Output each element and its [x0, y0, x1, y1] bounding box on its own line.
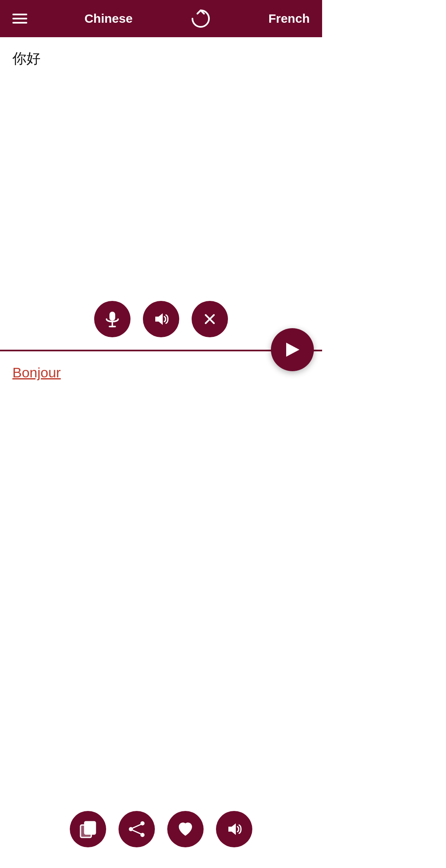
svg-rect-0	[109, 312, 115, 321]
app-header: Chinese French	[0, 0, 322, 37]
speaker-icon	[152, 310, 170, 328]
menu-button[interactable]	[12, 14, 27, 24]
svg-marker-3	[155, 313, 163, 325]
svg-point-13	[129, 827, 133, 831]
microphone-icon	[103, 310, 121, 328]
close-icon	[201, 310, 219, 328]
hamburger-icon	[12, 18, 27, 19]
svg-rect-8	[85, 822, 95, 834]
translate-button[interactable]	[271, 328, 314, 371]
output-section: Bonjour	[0, 351, 322, 868]
svg-point-11	[140, 821, 145, 825]
clear-button[interactable]	[192, 301, 228, 337]
svg-marker-16	[228, 823, 236, 835]
favorite-button[interactable]	[167, 811, 204, 847]
output-action-bar	[0, 803, 322, 868]
microphone-button[interactable]	[94, 301, 130, 337]
hamburger-icon	[12, 14, 27, 15]
heart-icon	[176, 820, 195, 838]
input-section	[0, 37, 322, 351]
share-button[interactable]	[119, 811, 155, 847]
svg-point-12	[140, 833, 145, 837]
output-speaker-icon	[225, 820, 243, 838]
source-text-input[interactable]	[0, 37, 322, 293]
svg-marker-6	[286, 343, 299, 357]
translated-text: Bonjour	[0, 351, 322, 803]
input-speaker-button[interactable]	[143, 301, 179, 337]
svg-line-14	[133, 825, 140, 828]
share-icon	[128, 820, 146, 838]
output-speaker-button[interactable]	[216, 811, 252, 847]
source-language-selector[interactable]: Chinese	[84, 12, 133, 26]
hamburger-icon	[12, 22, 27, 24]
send-icon	[282, 339, 303, 360]
target-language-selector[interactable]: French	[268, 12, 310, 26]
copy-icon	[79, 820, 97, 838]
swap-languages-button[interactable]	[190, 8, 211, 29]
svg-line-15	[133, 830, 140, 834]
copy-button[interactable]	[70, 811, 106, 847]
